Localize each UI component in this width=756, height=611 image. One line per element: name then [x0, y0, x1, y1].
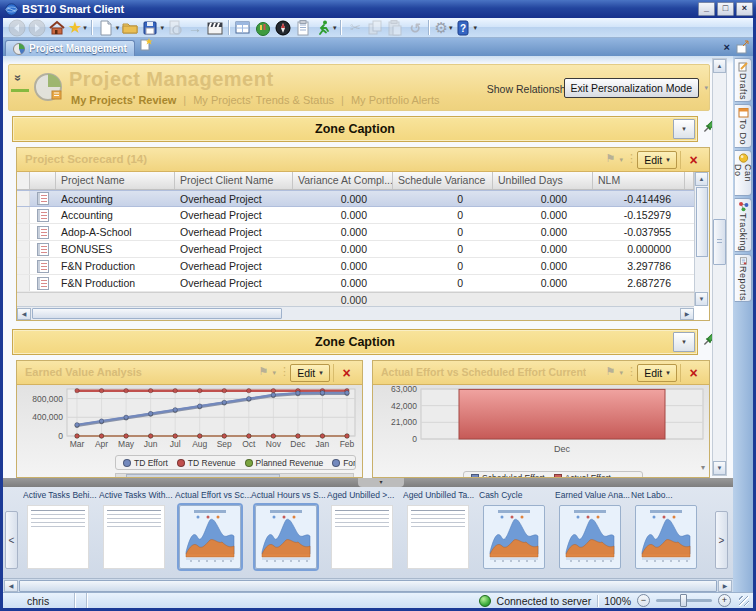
- scorecard-close-button[interactable]: ×: [680, 151, 706, 169]
- gallery-splitter[interactable]: ▾: [3, 478, 733, 487]
- zone-caption-2[interactable]: Zone Caption ▾: [12, 329, 698, 355]
- new-button[interactable]: ▾: [96, 18, 121, 37]
- media-button[interactable]: [205, 18, 225, 37]
- maximize-button[interactable]: □: [717, 2, 734, 16]
- settings-button[interactable]: ⚙▾: [433, 18, 453, 37]
- favorites-button[interactable]: ★▾: [67, 18, 88, 37]
- table-row[interactable]: Accounting Overhead Project 0.000 0 0.00…: [17, 207, 694, 224]
- eva-edit-button[interactable]: Edit▾: [290, 364, 330, 382]
- scrollbar-thumb[interactable]: [32, 308, 282, 319]
- effort-close-button[interactable]: ×: [680, 364, 706, 382]
- sidebar-item-tracking[interactable]: Tracking: [734, 198, 752, 252]
- scroll-left-button[interactable]: ◀: [4, 580, 18, 592]
- paste-button[interactable]: [385, 18, 405, 37]
- col-unbilled-days[interactable]: Unbilled Days: [493, 172, 593, 189]
- scroll-up-button[interactable]: ▲: [713, 59, 726, 73]
- dashboard-button[interactable]: [273, 18, 293, 37]
- scroll-up-button[interactable]: ▲: [695, 172, 708, 186]
- zone-dropdown-button[interactable]: ▾: [673, 119, 695, 139]
- zoom-out-button[interactable]: −: [637, 594, 650, 607]
- nav-trends-status[interactable]: My Projects' Trends & Status: [193, 94, 334, 106]
- scroll-left-button[interactable]: ◀: [17, 308, 31, 320]
- table-row[interactable]: Accounting Overhead Project 0.000 0 0.00…: [17, 190, 694, 207]
- save-button[interactable]: ▾: [140, 18, 165, 37]
- gallery-item[interactable]: Actual Hours vs S...: [251, 490, 327, 578]
- cut-button[interactable]: ✂: [345, 18, 365, 37]
- main-vertical-scrollbar[interactable]: ▲ ▼: [712, 58, 727, 476]
- scroll-down-button[interactable]: ▼: [713, 461, 726, 475]
- flag-menu-button[interactable]: ⚑ ▾: [259, 365, 276, 378]
- gallery-item[interactable]: Earned Value Ana...: [555, 490, 631, 578]
- minimize-button[interactable]: _: [698, 2, 715, 16]
- gallery-thumbnail[interactable]: [635, 505, 697, 569]
- table-vertical-scrollbar[interactable]: ▲ ▼: [694, 172, 709, 306]
- notes-button[interactable]: [293, 18, 313, 37]
- gallery-thumbnail[interactable]: [179, 505, 241, 569]
- scrollbar-thumb[interactable]: [713, 219, 726, 265]
- bottom-horizontal-scrollbar[interactable]: ◀ ▶: [3, 578, 733, 592]
- scrollbar-thumb[interactable]: [696, 187, 708, 257]
- gallery-item[interactable]: Active Tasks With...: [99, 490, 175, 578]
- tab-project-management[interactable]: Project Management: [5, 40, 135, 56]
- nav-my-projects-review[interactable]: My Projects' Review: [71, 94, 176, 106]
- scroll-right-button[interactable]: ▶: [718, 580, 732, 592]
- table-horizontal-scrollbar[interactable]: ◀ ▶: [17, 306, 694, 320]
- eva-legend-scrollbar[interactable]: [115, 473, 354, 477]
- open-button[interactable]: [120, 18, 140, 37]
- close-button[interactable]: ×: [736, 2, 753, 16]
- col-nlm[interactable]: NLM: [593, 172, 685, 189]
- nav-portfolio-alerts[interactable]: My Portfolio Alerts: [351, 94, 440, 106]
- resize-grip[interactable]: [739, 596, 749, 606]
- sidebar-item-reports[interactable]: Reports: [734, 254, 752, 302]
- collapse-header-icon[interactable]: «: [10, 75, 24, 82]
- gallery-thumbnail[interactable]: [559, 505, 621, 569]
- scroll-down-button[interactable]: ▼: [695, 292, 708, 306]
- gallery-item[interactable]: Net Labo...: [631, 490, 707, 578]
- gallery-thumbnail[interactable]: [407, 505, 469, 569]
- gallery-thumbnail[interactable]: [27, 505, 89, 569]
- scorecard-edit-button[interactable]: Edit▾: [637, 151, 677, 169]
- zoom-slider-thumb[interactable]: [680, 594, 687, 607]
- col-project-name[interactable]: Project Name: [56, 172, 175, 189]
- run-button[interactable]: ▾: [313, 18, 338, 37]
- forward-button[interactable]: [27, 18, 47, 37]
- gallery-scroll-right-button[interactable]: >: [715, 511, 728, 569]
- table-row[interactable]: F&N Production Overhead Project 0.000 0 …: [17, 258, 694, 275]
- undo-button[interactable]: ↺: [405, 18, 425, 37]
- undock-icon[interactable]: [735, 40, 749, 54]
- scroll-down-icon[interactable]: ▾: [701, 463, 705, 472]
- gallery-thumbnail[interactable]: [255, 505, 317, 569]
- eva-close-button[interactable]: ×: [333, 364, 359, 382]
- table-row[interactable]: Adop-A-School Overhead Project 0.000 0 0…: [17, 224, 694, 241]
- back-button[interactable]: [7, 18, 27, 37]
- flag-menu-button[interactable]: ⚑ ▾: [606, 365, 623, 378]
- gallery-collapse-button[interactable]: ▾: [358, 478, 404, 487]
- gallery-scroll-left-button[interactable]: <: [5, 511, 18, 569]
- effort-edit-button[interactable]: Edit▾: [637, 364, 677, 382]
- send-button[interactable]: →: [185, 18, 205, 37]
- sidebar-item-drafts[interactable]: Drafts: [734, 58, 752, 102]
- table-row[interactable]: F&N Production Overhead Project 0.000 0 …: [17, 275, 694, 292]
- help-button[interactable]: ?▾: [453, 18, 478, 37]
- list-view-button[interactable]: [233, 18, 253, 37]
- scroll-right-button[interactable]: ▶: [680, 308, 694, 320]
- table-row[interactable]: BONUSES Overhead Project 0.000 0 0.000 0…: [17, 241, 694, 258]
- print-preview-button[interactable]: [165, 18, 185, 37]
- copy-button[interactable]: [365, 18, 385, 37]
- new-tab-button[interactable]: [139, 37, 153, 55]
- exit-personalization-button[interactable]: Exit Personalization Mode: [564, 78, 699, 98]
- zone-caption-1[interactable]: Zone Caption ▾: [12, 116, 698, 142]
- scrollbar-thumb[interactable]: [19, 580, 717, 592]
- home-button[interactable]: [47, 18, 67, 37]
- analytics-button[interactable]: [253, 18, 273, 37]
- gallery-thumbnail[interactable]: [483, 505, 545, 569]
- zoom-in-button[interactable]: +: [718, 594, 731, 607]
- gallery-item[interactable]: Aged Unbilled >...: [327, 490, 403, 578]
- gallery-thumbnail[interactable]: [103, 505, 165, 569]
- col-variance[interactable]: Variance At Compl...: [293, 172, 393, 189]
- flag-menu-button[interactable]: ⚑ ▾: [606, 152, 623, 165]
- sidebar-item-to-do[interactable]: To Do: [734, 104, 752, 148]
- gallery-item[interactable]: Aged Unbilled Ta...: [403, 490, 479, 578]
- gallery-item[interactable]: Cash Cycle: [479, 490, 555, 578]
- close-tab-button[interactable]: ×: [724, 40, 730, 54]
